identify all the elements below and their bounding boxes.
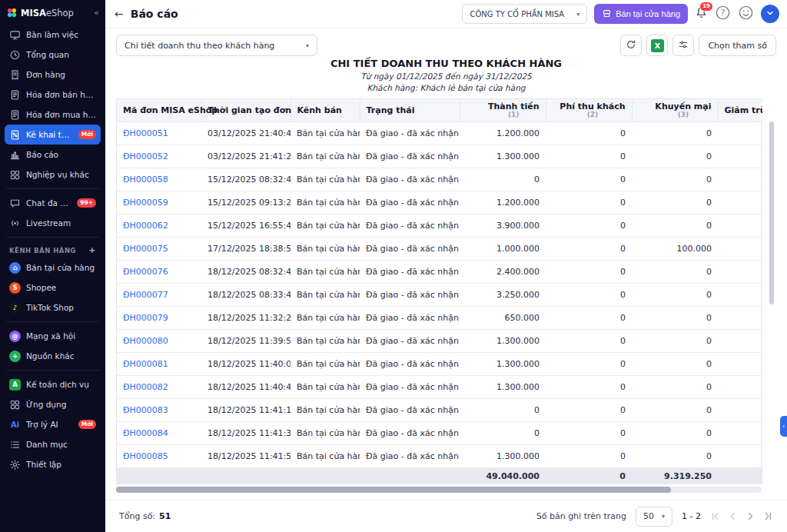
last-page-button[interactable]	[763, 511, 773, 521]
cell-id[interactable]: ĐH000075	[117, 237, 201, 260]
sidebar-item-other-operations[interactable]: Nghiệp vụ khác	[5, 165, 101, 185]
cell-promo: 0	[632, 421, 718, 444]
feedback-button[interactable]	[738, 6, 754, 22]
sidebar-item-settings[interactable]: Thiết lập	[5, 454, 101, 474]
table-row: ĐH00008018/12/2025 11:39:53Bán tại cửa h…	[117, 329, 762, 352]
sidebar-item-reports[interactable]: Báo cáo	[5, 145, 101, 165]
sidebar-item-workspace[interactable]: Bàn làm việc	[5, 25, 101, 45]
notifications-button[interactable]: 19	[695, 6, 708, 22]
sidebar-item-omnichannel-chat[interactable]: Chat đa kênh99+	[5, 193, 101, 213]
sidebar-item-label: Danh mục	[26, 440, 68, 449]
cell-time: 03/12/2025 21:40:44	[201, 121, 291, 145]
display-settings-button[interactable]	[672, 35, 694, 56]
cell-promo: 0	[632, 375, 718, 398]
cell-id[interactable]: ĐH000058	[117, 168, 201, 191]
cell-id[interactable]: ĐH000079	[117, 306, 201, 329]
cell-fee: 0	[546, 375, 632, 398]
table-row: ĐH00005815/12/2025 08:32:46Bán tại cửa h…	[117, 168, 762, 191]
cell-discount	[718, 260, 762, 283]
column-header-fee[interactable]: Phí thu khách(2)	[546, 99, 632, 121]
add-channel-button[interactable]: +	[88, 245, 96, 255]
sidebar-item-other-sources[interactable]: +Nguồn khác	[5, 346, 101, 366]
sidebar-item-label: Nghiệp vụ khác	[26, 170, 89, 179]
horizontal-scrollbar[interactable]	[116, 487, 762, 493]
cell-id[interactable]: ĐH000051	[117, 121, 201, 145]
column-header-time[interactable]: Thời gian tạo đơn	[201, 99, 291, 121]
purchase-invoice-icon	[9, 109, 21, 121]
report-customer-filter: Khách hàng: Khách lẻ bán tại cửa hàng	[116, 83, 776, 92]
cell-id[interactable]: ĐH000080	[117, 329, 201, 352]
first-page-button[interactable]	[710, 511, 720, 521]
cell-id[interactable]: ĐH000062	[117, 214, 201, 237]
company-selector[interactable]: CÔNG TY CỔ PHẦN MISA ▾	[462, 4, 587, 24]
cell-promo: 0	[632, 329, 718, 352]
cell-id[interactable]: ĐH000076	[117, 260, 201, 283]
help-button[interactable]: ?	[715, 6, 731, 22]
sidebar-item-ai-assistant[interactable]: AiTrợ lý AIMới	[5, 414, 101, 434]
report-type-selector[interactable]: Chi tiết doanh thu theo khách hàng ▾	[116, 35, 317, 56]
column-header-promo[interactable]: Khuyến mại(3)	[632, 99, 718, 121]
per-page-selector[interactable]: 50 ▾	[636, 507, 672, 527]
sidebar-item-tax-declaration[interactable]: Kê khai thuếMới	[5, 125, 101, 145]
support-side-tab[interactable]: ‹	[780, 416, 787, 437]
sidebar-collapse-button[interactable]: «	[94, 8, 99, 18]
total-fee: 0	[546, 467, 632, 484]
pos-sale-button[interactable]: Bán tại cửa hàng	[594, 4, 688, 24]
svg-text:?: ?	[721, 8, 726, 17]
cell-amount: 1.200.000	[460, 191, 546, 214]
cell-channel: Bán tại cửa hàng	[291, 214, 360, 237]
report-toolbar: Chi tiết doanh thu theo khách hàng ▾ X	[116, 35, 776, 56]
cell-id[interactable]: ĐH000085	[117, 444, 201, 467]
cell-status: Đã giao - đã xác nhận	[360, 444, 460, 467]
logo-misa: MISA	[21, 8, 46, 18]
sidebar-item-sales-invoice[interactable]: Hóa đơn bán hàng	[5, 85, 101, 105]
cell-time: 18/12/2025 11:32:24	[201, 306, 291, 329]
cell-id[interactable]: ĐH000082	[117, 375, 201, 398]
sidebar-item-orders[interactable]: Đơn hàng	[5, 65, 101, 85]
choose-params-button[interactable]: Chọn tham số	[699, 35, 776, 56]
vertical-scrollbar-thumb[interactable]	[769, 121, 774, 304]
cell-id[interactable]: ĐH000083	[117, 398, 201, 421]
report-header: CHI TIẾT DOANH THU THEO KHÁCH HÀNG Từ ng…	[116, 58, 776, 92]
cell-id[interactable]: ĐH000052	[117, 145, 201, 168]
cell-promo: 0	[632, 352, 718, 375]
cell-amount: 0	[460, 168, 546, 191]
cell-promo: 0	[632, 306, 718, 329]
sidebar-item-purchase-invoice[interactable]: Hóa đơn mua hàng	[5, 105, 101, 125]
sidebar-item-social-network[interactable]: @Mạng xã hội	[5, 326, 101, 346]
cell-id[interactable]: ĐH000059	[117, 191, 201, 214]
cell-time: 17/12/2025 18:38:50	[201, 237, 291, 260]
pagination-controls: Số bản ghi trên trang 50 ▾ 1 - 2	[536, 507, 773, 527]
column-header-channel[interactable]: Kênh bán	[291, 99, 360, 121]
next-page-button[interactable]	[745, 511, 755, 521]
column-header-status[interactable]: Trạng thái	[360, 99, 460, 121]
column-header-discount[interactable]: Giảm trừ	[718, 99, 762, 121]
sidebar-item-applications[interactable]: Ứng dụng	[5, 394, 101, 414]
export-excel-button[interactable]: X	[646, 35, 668, 56]
cell-id[interactable]: ĐH000081	[117, 352, 201, 375]
account-menu-button[interactable]	[761, 5, 779, 23]
ai-assistant-icon: Ai	[9, 419, 21, 431]
accounting-service-chip: A	[9, 379, 21, 391]
new-badge: Mới	[78, 420, 96, 429]
total-records-value: 51	[159, 511, 171, 521]
cell-id[interactable]: ĐH000077	[117, 283, 201, 306]
column-header-id[interactable]: Mã đơn MISA eShop	[117, 99, 201, 121]
prev-page-button[interactable]	[728, 511, 738, 521]
pagination-bar: Tổng số: 51 Số bản ghi trên trang 50 ▾ 1…	[105, 500, 787, 532]
sidebar-item-overview[interactable]: Tổng quan	[5, 45, 101, 65]
refresh-button[interactable]	[620, 35, 642, 56]
horizontal-scrollbar-thumb[interactable]	[116, 487, 671, 493]
sidebar-item-shopee-channel[interactable]: SShopee	[5, 278, 101, 298]
cell-amount: 3.250.000	[460, 283, 546, 306]
sidebar-item-livestream[interactable]: Livestream	[5, 213, 101, 233]
cell-channel: Bán tại cửa hàng	[291, 283, 360, 306]
column-header-amount[interactable]: Thành tiền(1)	[460, 99, 546, 121]
sidebar-item-accounting-service[interactable]: AKế toán dịch vụ	[5, 374, 101, 394]
sidebar-item-store-channel[interactable]: ⌂Bán tại cửa hàng	[5, 258, 101, 278]
cell-id[interactable]: ĐH000084	[117, 421, 201, 444]
table-zone: Mã đơn MISA eShopThời gian tạo đơnKênh b…	[116, 98, 776, 497]
back-button[interactable]: ←	[115, 8, 124, 20]
sidebar-item-tiktok-shop-channel[interactable]: ♪TikTok Shop	[5, 298, 101, 318]
sidebar-item-categories[interactable]: Danh mục	[5, 434, 101, 454]
